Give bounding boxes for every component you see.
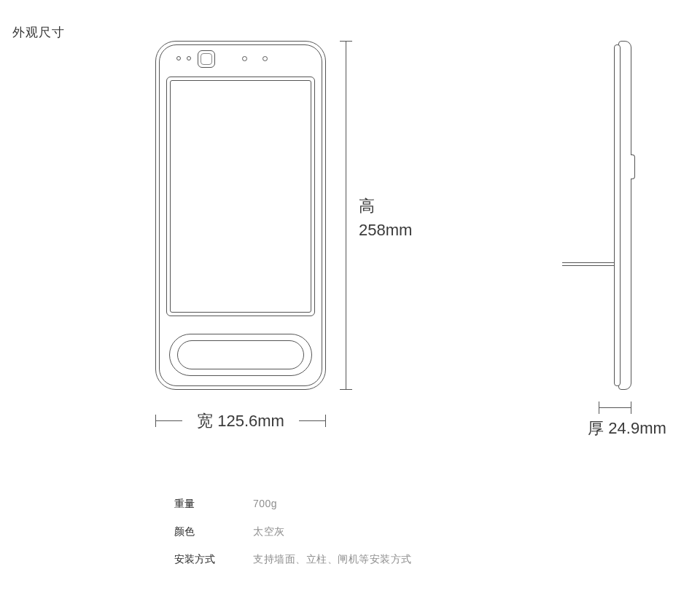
device-front-view [155,41,326,390]
dimension-depth-name: 厚 [588,419,604,437]
spec-row: 重量 700g [174,498,412,511]
dimension-height-name: 高 [359,197,375,215]
dimension-width-name: 宽 [197,412,213,430]
sensor-dot-icon [176,56,181,60]
spec-value-weight: 700g [253,498,277,509]
dimension-height-label: 高 258mm [359,194,412,242]
spec-label-weight: 重量 [174,498,253,511]
camera-icon [198,50,215,68]
device-speaker-pill [169,334,312,376]
dimension-height: 高 258mm [346,41,433,390]
sensor-dot-icon [187,56,191,60]
device-side-front-plate [614,44,621,386]
spec-list: 重量 700g 颜色 太空灰 安装方式 支持墙面、立柱、闸机等安装方式 [174,498,412,581]
dimension-line-vertical [346,41,346,390]
spec-label-mount: 安装方式 [174,553,253,566]
dimension-height-value: 258mm [359,221,412,239]
dimension-width-value: 125.6mm [217,412,284,430]
device-front-outline [155,41,326,390]
device-screen [166,77,315,316]
spec-value-mount: 支持墙面、立柱、闸机等安装方式 [253,553,412,566]
dimension-line-horizontal [599,407,631,408]
spec-row: 颜色 太空灰 [174,525,412,538]
dimension-width: 宽 125.6mm [155,407,326,436]
device-cable-icon [562,262,619,266]
dimension-depth: 厚 24.9mm [583,407,685,436]
device-side-button-icon [631,154,635,179]
spec-label-color: 颜色 [174,525,253,538]
dimension-depth-value: 24.9mm [608,419,666,437]
sensor-bar [156,50,325,71]
spec-value-color: 太空灰 [253,525,285,538]
device-side-view [598,41,631,390]
dimension-depth-label: 厚 24.9mm [569,418,685,439]
dimension-width-label: 宽 125.6mm [182,410,299,432]
sensor-dot-icon [242,56,247,61]
sensor-dot-icon [262,56,268,61]
section-title: 外观尺寸 [12,24,65,41]
spec-row: 安装方式 支持墙面、立柱、闸机等安装方式 [174,553,412,566]
